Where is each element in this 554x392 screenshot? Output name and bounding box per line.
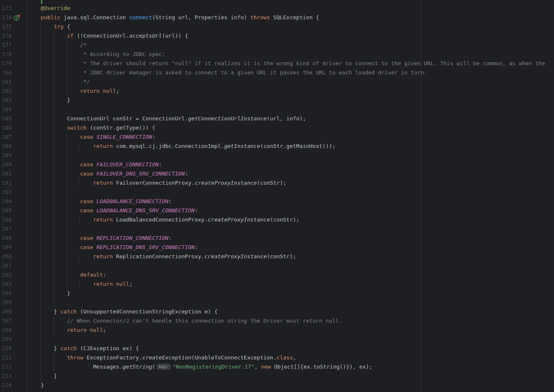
code-line[interactable]: return FailoverConnectionProxy.createPro… [28, 178, 286, 188]
line-number[interactable]: 185 [0, 114, 12, 123]
code-line[interactable]: } catch (UnsupportedConnectionStringExce… [28, 307, 218, 316]
code-token: : [159, 161, 162, 168]
code-editor[interactable]: 173 @Override174 public java.sql.Connect… [0, 0, 554, 392]
code-token: * The driver should return "null" if it … [28, 60, 545, 66]
code-token: (conStr); [267, 253, 296, 260]
code-line[interactable]: ConnectionUrl conStr = ConnectionUrl.get… [28, 114, 306, 123]
code-line[interactable]: try { [28, 22, 70, 31]
line-number[interactable]: 214 [0, 381, 12, 390]
line-number[interactable]: 190 [0, 160, 12, 169]
code-token [28, 244, 80, 250]
line-number[interactable]: 180 [0, 68, 12, 77]
code-line[interactable]: } [28, 372, 57, 381]
code-token: switch [67, 125, 87, 131]
code-line[interactable]: if (!ConnectionUrl.acceptsUrl(url)) { [28, 31, 188, 41]
code-token: (conStr); [257, 180, 286, 186]
code-line[interactable]: * JDBC driver manager is asked to connec… [28, 68, 427, 77]
code-token: return [93, 143, 113, 149]
code-line[interactable]: return null; [28, 280, 132, 289]
line-number[interactable]: 183 [0, 96, 12, 105]
code-line[interactable]: throw ExceptionFactory.createException(U… [28, 353, 296, 362]
code-token: try [54, 23, 64, 30]
line-number[interactable]: 178 [0, 50, 12, 59]
line-number[interactable]: 188 [0, 142, 12, 151]
code-line[interactable]: case REPLICATION_DNS_SRV_CONNECTION: [28, 243, 198, 252]
line-number[interactable]: 177 [0, 41, 12, 50]
line-number[interactable]: 207 [0, 316, 12, 326]
code-token: com.mysql.cj.jdbc.ConnectionImpl. [113, 143, 224, 149]
code-line[interactable]: case SINGLE_CONNECTION: [28, 132, 155, 142]
line-number[interactable]: 197 [0, 224, 12, 234]
code-line[interactable]: // When Connector/J can't handle this co… [28, 316, 342, 326]
code-line[interactable]: } [28, 96, 70, 105]
line-number[interactable]: 184 [0, 105, 12, 114]
code-token: throw [67, 354, 83, 361]
line-number[interactable]: 212 [0, 362, 12, 372]
code-line[interactable]: case FAILOVER_DNS_SRV_CONNECTION: [28, 169, 188, 178]
line-number[interactable]: 198 [0, 234, 12, 243]
overrides-method-icon[interactable] [13, 14, 21, 21]
line-number[interactable]: 179 [0, 59, 12, 68]
code-token: return [67, 327, 87, 333]
code-line[interactable]: */ [28, 77, 90, 87]
line-number[interactable]: 195 [0, 206, 12, 215]
code-token [87, 327, 90, 333]
line-number[interactable]: 174 [0, 13, 12, 22]
line-number[interactable]: 203 [0, 280, 12, 289]
line-number[interactable]: 181 [0, 77, 12, 87]
line-number[interactable]: 199 [0, 243, 12, 252]
code-line[interactable]: } [28, 381, 44, 390]
code-line[interactable]: } [28, 289, 70, 298]
code-line[interactable]: @Override [28, 4, 70, 13]
code-line[interactable]: default: [28, 270, 106, 280]
code-line[interactable]: return null; [28, 326, 106, 335]
line-number[interactable]: 204 [0, 289, 12, 298]
code-token: (conStr.getMainHost()); [260, 143, 336, 149]
code-token: ; [129, 281, 133, 287]
line-number[interactable]: 211 [0, 353, 12, 362]
line-number[interactable]: 189 [0, 151, 12, 160]
code-line[interactable]: return ReplicationConnectionProxy.create… [28, 252, 296, 261]
line-number[interactable]: 208 [0, 326, 12, 335]
line-number[interactable]: 206 [0, 307, 12, 316]
code-line[interactable]: case REPLICATION_CONNECTION: [28, 234, 172, 243]
code-token [28, 5, 41, 11]
line-number[interactable]: 186 [0, 123, 12, 132]
line-number[interactable]: 205 [0, 298, 12, 307]
line-number[interactable]: 210 [0, 344, 12, 353]
code-line[interactable]: return null; [28, 87, 119, 96]
line-number[interactable]: 193 [0, 188, 12, 197]
line-number[interactable]: 209 [0, 335, 12, 344]
code-line[interactable]: case LOADBALANCE_DNS_SRV_CONNECTION: [28, 206, 198, 215]
code-line[interactable]: Messages.getString(key:"NonRegisteringDr… [28, 362, 372, 372]
code-line[interactable]: /* [28, 41, 87, 50]
line-number[interactable]: 191 [0, 169, 12, 178]
code-line[interactable]: case FAILOVER_CONNECTION: [28, 160, 162, 169]
line-number[interactable]: 196 [0, 215, 12, 224]
code-line[interactable]: public java.sql.Connection connect(Strin… [28, 13, 319, 22]
code-line[interactable]: return LoadBalancedConnectionProxy.creat… [28, 215, 300, 224]
line-number[interactable]: 200 [0, 252, 12, 261]
code-token: } [28, 382, 44, 388]
line-number[interactable]: 176 [0, 31, 12, 41]
line-number[interactable]: 175 [0, 22, 12, 31]
line-number[interactable]: 194 [0, 197, 12, 206]
code-token: FAILOVER_CONNECTION [96, 161, 159, 168]
line-number[interactable]: 213 [0, 372, 12, 381]
code-line[interactable]: } catch (CJException ex) { [28, 344, 139, 353]
line-number[interactable]: 201 [0, 261, 12, 270]
line-number[interactable]: 187 [0, 132, 12, 142]
line-number[interactable]: 202 [0, 270, 12, 280]
line-number[interactable]: 182 [0, 87, 12, 96]
code-line[interactable]: case LOADBALANCE_CONNECTION: [28, 197, 172, 206]
code-line[interactable]: return com.mysql.cj.jdbc.ConnectionImpl.… [28, 142, 336, 151]
code-token: // When Connector/J can't handle this co… [28, 318, 342, 324]
code-token: (url, info); [267, 115, 306, 122]
code-line[interactable]: switch (conStr.getType()) { [28, 123, 155, 132]
code-line[interactable]: * The driver should return "null" if it … [28, 59, 545, 68]
code-line[interactable]: * According to JDBC spec: [28, 50, 165, 59]
code-token: FAILOVER_DNS_SRV_CONNECTION [96, 171, 185, 177]
line-number[interactable]: 173 [0, 4, 12, 13]
line-number[interactable]: 192 [0, 178, 12, 188]
inlay-hint-key[interactable]: key: [156, 364, 171, 370]
